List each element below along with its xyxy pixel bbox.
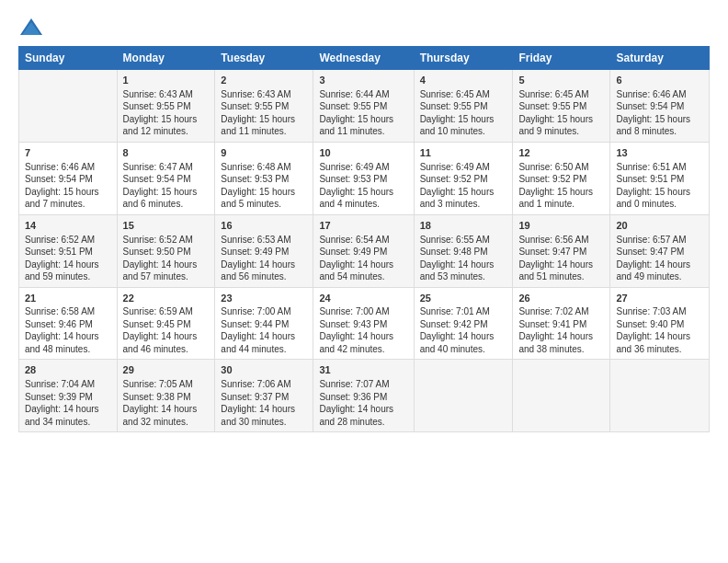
day-info-line: and 7 minutes.	[25, 198, 111, 211]
calendar-cell: 16Sunrise: 6:53 AMSunset: 9:49 PMDayligh…	[215, 214, 313, 287]
calendar-cell: 20Sunrise: 6:57 AMSunset: 9:47 PMDayligh…	[610, 214, 710, 287]
day-number: 17	[319, 219, 407, 233]
day-number: 20	[616, 219, 703, 233]
day-number: 19	[518, 219, 604, 233]
day-info-line: Sunrise: 7:03 AM	[616, 305, 703, 318]
day-info-line: Sunset: 9:48 PM	[420, 246, 507, 259]
header-cell-tuesday: Tuesday	[215, 47, 313, 70]
day-info-line: Sunset: 9:49 PM	[221, 246, 307, 259]
calendar-cell: 25Sunrise: 7:01 AMSunset: 9:42 PMDayligh…	[414, 287, 513, 360]
day-info-line: Sunrise: 6:44 AM	[319, 88, 407, 101]
calendar-cell: 7Sunrise: 6:46 AMSunset: 9:54 PMDaylight…	[19, 142, 118, 214]
calendar-cell: 22Sunrise: 6:59 AMSunset: 9:45 PMDayligh…	[117, 287, 215, 360]
day-info-line: Sunrise: 6:52 AM	[25, 234, 111, 247]
day-info-line: and 36 minutes.	[616, 343, 703, 356]
day-info-line: Daylight: 14 hours	[319, 330, 407, 343]
header-cell-saturday: Saturday	[610, 47, 710, 70]
calendar-week-3: 14Sunrise: 6:52 AMSunset: 9:51 PMDayligh…	[19, 214, 710, 287]
day-info-line: Daylight: 14 hours	[221, 259, 307, 271]
day-info-line: and 0 minutes.	[616, 198, 703, 211]
day-info-line: and 34 minutes.	[25, 416, 111, 429]
day-number: 1	[123, 74, 210, 87]
calendar-cell: 9Sunrise: 6:48 AMSunset: 9:53 PMDaylight…	[215, 142, 313, 214]
day-info-line: Daylight: 15 hours	[123, 186, 210, 199]
day-info-line: Sunrise: 6:49 AM	[319, 161, 407, 174]
day-info-line: and 12 minutes.	[123, 125, 210, 138]
day-number: 30	[221, 363, 307, 377]
calendar-week-2: 7Sunrise: 6:46 AMSunset: 9:54 PMDaylight…	[19, 142, 710, 214]
day-info-line: Sunset: 9:55 PM	[319, 100, 407, 113]
day-info-line: Sunset: 9:50 PM	[123, 246, 210, 259]
day-info-line: Sunrise: 7:00 AM	[221, 305, 307, 318]
day-info-line: Sunset: 9:55 PM	[518, 100, 604, 113]
day-info-line: and 6 minutes.	[123, 198, 210, 211]
day-info-line: Sunrise: 6:47 AM	[123, 161, 210, 174]
day-number: 16	[221, 219, 307, 233]
day-info-line: Daylight: 14 hours	[221, 403, 307, 416]
calendar-cell: 30Sunrise: 7:06 AMSunset: 9:37 PMDayligh…	[215, 360, 313, 432]
day-info-line: and 40 minutes.	[420, 343, 507, 356]
header-cell-sunday: Sunday	[19, 47, 118, 70]
day-info-line: and 1 minute.	[518, 198, 604, 211]
day-info-line: Daylight: 15 hours	[221, 113, 307, 126]
day-info-line: and 4 minutes.	[319, 198, 407, 211]
calendar-cell: 18Sunrise: 6:55 AMSunset: 9:48 PMDayligh…	[414, 214, 513, 287]
day-info-line: Sunrise: 6:55 AM	[420, 234, 507, 247]
calendar-cell: 28Sunrise: 7:04 AMSunset: 9:39 PMDayligh…	[19, 360, 118, 432]
day-info-line: Daylight: 15 hours	[616, 113, 703, 126]
day-info-line: Sunset: 9:51 PM	[616, 173, 703, 186]
calendar-week-4: 21Sunrise: 6:58 AMSunset: 9:46 PMDayligh…	[19, 287, 710, 360]
day-info-line: Daylight: 14 hours	[616, 330, 703, 343]
day-info-line: Sunrise: 7:06 AM	[221, 378, 307, 391]
day-number: 27	[616, 292, 703, 305]
day-info-line: Daylight: 14 hours	[123, 259, 210, 271]
day-info-line: Sunset: 9:52 PM	[420, 173, 507, 186]
day-info-line: Sunrise: 6:50 AM	[518, 161, 604, 174]
day-number: 21	[25, 292, 111, 305]
page: SundayMondayTuesdayWednesdayThursdayFrid…	[0, 0, 728, 563]
header-cell-friday: Friday	[513, 47, 610, 70]
day-info-line: Sunrise: 6:43 AM	[123, 88, 210, 101]
day-info-line: Sunset: 9:46 PM	[25, 318, 111, 331]
calendar-cell	[513, 360, 610, 432]
day-info-line: Sunrise: 6:46 AM	[616, 88, 703, 101]
day-number: 26	[518, 292, 604, 305]
day-info-line: and 53 minutes.	[420, 270, 507, 283]
calendar-cell: 1Sunrise: 6:43 AMSunset: 9:55 PMDaylight…	[117, 70, 215, 143]
day-info-line: Sunset: 9:36 PM	[319, 391, 407, 404]
day-info-line: Sunset: 9:47 PM	[518, 246, 604, 259]
calendar-cell: 8Sunrise: 6:47 AMSunset: 9:54 PMDaylight…	[117, 142, 215, 214]
logo-icon	[18, 15, 44, 40]
day-info-line: and 3 minutes.	[420, 198, 507, 211]
day-number: 22	[123, 292, 210, 305]
day-number: 14	[25, 219, 111, 233]
day-info-line: and 32 minutes.	[123, 416, 210, 429]
day-info-line: Sunset: 9:44 PM	[221, 318, 307, 331]
header-cell-wednesday: Wednesday	[313, 47, 414, 70]
calendar-cell: 23Sunrise: 7:00 AMSunset: 9:44 PMDayligh…	[215, 287, 313, 360]
day-info-line: and 8 minutes.	[616, 125, 703, 138]
day-info-line: and 28 minutes.	[319, 416, 407, 429]
day-info-line: Daylight: 14 hours	[420, 259, 507, 271]
calendar-cell: 31Sunrise: 7:07 AMSunset: 9:36 PMDayligh…	[313, 360, 414, 432]
header-row: SundayMondayTuesdayWednesdayThursdayFrid…	[19, 47, 710, 70]
day-number: 25	[420, 292, 507, 305]
day-info-line: Sunrise: 7:02 AM	[518, 305, 604, 318]
calendar-cell: 19Sunrise: 6:56 AMSunset: 9:47 PMDayligh…	[513, 214, 610, 287]
day-info-line: Sunset: 9:37 PM	[221, 391, 307, 404]
day-info-line: Daylight: 15 hours	[221, 186, 307, 199]
day-info-line: Daylight: 14 hours	[123, 403, 210, 416]
day-number: 11	[420, 146, 507, 160]
day-info-line: Sunrise: 7:00 AM	[319, 305, 407, 318]
day-info-line: and 30 minutes.	[221, 416, 307, 429]
day-info-line: Daylight: 14 hours	[123, 330, 210, 343]
calendar-cell: 10Sunrise: 6:49 AMSunset: 9:53 PMDayligh…	[313, 142, 414, 214]
day-info-line: and 38 minutes.	[518, 343, 604, 356]
calendar-cell: 27Sunrise: 7:03 AMSunset: 9:40 PMDayligh…	[610, 287, 710, 360]
day-info-line: Daylight: 14 hours	[25, 259, 111, 271]
day-info-line: and 42 minutes.	[319, 343, 407, 356]
day-info-line: Daylight: 14 hours	[25, 403, 111, 416]
day-info-line: Sunset: 9:47 PM	[616, 246, 703, 259]
day-info-line: Sunrise: 6:43 AM	[221, 88, 307, 101]
day-info-line: Daylight: 14 hours	[25, 330, 111, 343]
